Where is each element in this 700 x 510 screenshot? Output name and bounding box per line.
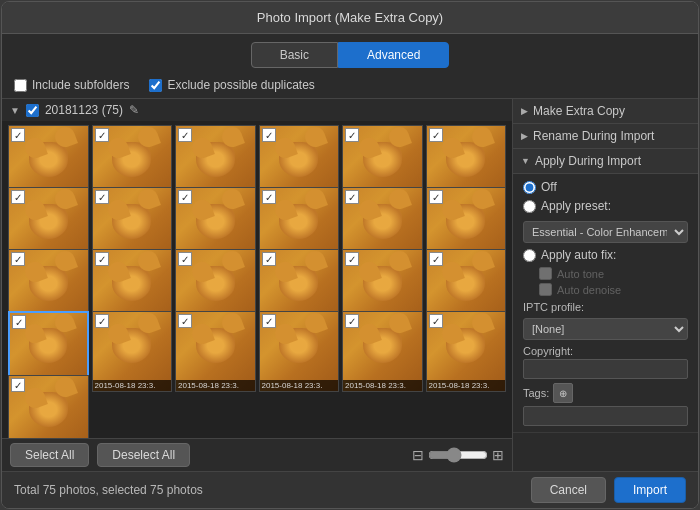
apply-preset-label: Apply preset: xyxy=(541,199,611,213)
apply-options: Off Apply preset: Essential - Color Enha… xyxy=(523,180,688,296)
bottom-bar: Select All Deselect All ⊟ ⊞ xyxy=(2,438,512,471)
action-buttons: Cancel Import xyxy=(531,477,686,503)
main-content: ▼ 20181123 (75) ✎ ✓ 2015-08-18 23:3. ✓ 2… xyxy=(2,99,698,471)
apply-auto-fix-radio[interactable] xyxy=(523,249,536,262)
rename-during-import-arrow: ▶ xyxy=(521,131,528,141)
folder-collapse-arrow[interactable]: ▼ xyxy=(10,105,20,116)
tab-basic[interactable]: Basic xyxy=(251,42,338,68)
include-subfolders-option[interactable]: Include subfolders xyxy=(14,78,129,92)
photo-thumb[interactable]: ✓ 2015-08-18 23:3. xyxy=(426,311,507,392)
photo-thumb[interactable]: ✓ 2015-08-18 23:3. xyxy=(8,375,89,438)
select-all-button[interactable]: Select All xyxy=(10,443,89,467)
import-button[interactable]: Import xyxy=(614,477,686,503)
auto-tone-label: Auto tone xyxy=(557,268,604,280)
pencil-icon[interactable]: ✎ xyxy=(129,103,139,117)
auto-fix-sub-options: Auto tone Auto denoise xyxy=(539,267,688,296)
photo-grid: ✓ 2015-08-18 23:3. ✓ 2015-08-18 23:3. ✓ … xyxy=(2,121,512,438)
apply-during-import-header[interactable]: ▼ Apply During Import xyxy=(513,149,698,174)
include-subfolders-label: Include subfolders xyxy=(32,78,129,92)
copyright-input[interactable] xyxy=(523,359,688,379)
iptc-profile-label: IPTC profile: xyxy=(523,301,688,313)
photo-import-dialog: Photo Import (Make Extra Copy) Basic Adv… xyxy=(1,1,699,509)
include-subfolders-checkbox[interactable] xyxy=(14,79,27,92)
zoom-slider[interactable] xyxy=(428,447,488,463)
photo-thumb[interactable]: ✓ 2015-08-18 23:3. xyxy=(342,311,423,392)
zoom-controls: ⊟ ⊞ xyxy=(412,447,504,463)
apply-preset-option[interactable]: Apply preset: xyxy=(523,199,688,213)
off-radio[interactable] xyxy=(523,181,536,194)
make-extra-copy-label: Make Extra Copy xyxy=(533,104,625,118)
photo-thumb[interactable]: ✓ 2015-08-18 23:3. xyxy=(175,311,256,392)
off-option[interactable]: Off xyxy=(523,180,688,194)
status-text: Total 75 photos, selected 75 photos xyxy=(14,483,203,497)
auto-tone-checkbox[interactable] xyxy=(539,267,552,280)
tags-row: Tags: ⊕ xyxy=(523,383,688,403)
exclude-duplicates-option[interactable]: Exclude possible duplicates xyxy=(149,78,314,92)
auto-denoise-label: Auto denoise xyxy=(557,284,621,296)
auto-tone-option[interactable]: Auto tone xyxy=(539,267,688,280)
apply-during-import-label: Apply During Import xyxy=(535,154,641,168)
copyright-label: Copyright: xyxy=(523,345,688,357)
make-extra-copy-header[interactable]: ▶ Make Extra Copy xyxy=(513,99,698,124)
tags-label: Tags: xyxy=(523,387,549,399)
folder-row: ▼ 20181123 (75) ✎ xyxy=(2,99,512,121)
preset-select[interactable]: Essential - Color Enhancement xyxy=(523,221,688,243)
auto-denoise-option[interactable]: Auto denoise xyxy=(539,283,688,296)
apply-preset-radio[interactable] xyxy=(523,200,536,213)
left-panel: ▼ 20181123 (75) ✎ ✓ 2015-08-18 23:3. ✓ 2… xyxy=(2,99,513,471)
tab-advanced[interactable]: Advanced xyxy=(338,42,449,68)
title-bar: Photo Import (Make Extra Copy) xyxy=(2,2,698,34)
off-label: Off xyxy=(541,180,557,194)
add-tag-button[interactable]: ⊕ xyxy=(553,383,573,403)
apply-auto-fix-label: Apply auto fix: xyxy=(541,248,616,262)
options-bar: Include subfolders Exclude possible dupl… xyxy=(2,72,698,99)
status-bar: Total 75 photos, selected 75 photos Canc… xyxy=(2,471,698,508)
apply-during-import-content: Off Apply preset: Essential - Color Enha… xyxy=(513,174,698,433)
auto-denoise-checkbox[interactable] xyxy=(539,283,552,296)
selection-buttons: Select All Deselect All xyxy=(10,443,190,467)
folder-name: 20181123 (75) xyxy=(45,103,123,117)
rename-during-import-header[interactable]: ▶ Rename During Import xyxy=(513,124,698,149)
zoom-in-icon: ⊞ xyxy=(492,447,504,463)
apply-during-import-arrow: ▼ xyxy=(521,156,530,166)
iptc-profile-select[interactable]: [None] xyxy=(523,318,688,340)
folder-checkbox[interactable] xyxy=(26,104,39,117)
exclude-duplicates-label: Exclude possible duplicates xyxy=(167,78,314,92)
cancel-button[interactable]: Cancel xyxy=(531,477,606,503)
tab-bar: Basic Advanced xyxy=(2,34,698,72)
make-extra-copy-arrow: ▶ xyxy=(521,106,528,116)
exclude-duplicates-checkbox[interactable] xyxy=(149,79,162,92)
tags-input[interactable] xyxy=(523,406,688,426)
deselect-all-button[interactable]: Deselect All xyxy=(97,443,190,467)
rename-during-import-label: Rename During Import xyxy=(533,129,654,143)
zoom-out-icon: ⊟ xyxy=(412,447,424,463)
dialog-title: Photo Import (Make Extra Copy) xyxy=(257,10,443,25)
apply-auto-fix-option[interactable]: Apply auto fix: xyxy=(523,248,688,262)
photo-thumb[interactable]: ✓ 2015-08-18 23:3. xyxy=(92,311,173,392)
right-panel: ▶ Make Extra Copy ▶ Rename During Import… xyxy=(513,99,698,471)
photo-thumb[interactable]: ✓ 2015-08-18 23:3. xyxy=(259,311,340,392)
